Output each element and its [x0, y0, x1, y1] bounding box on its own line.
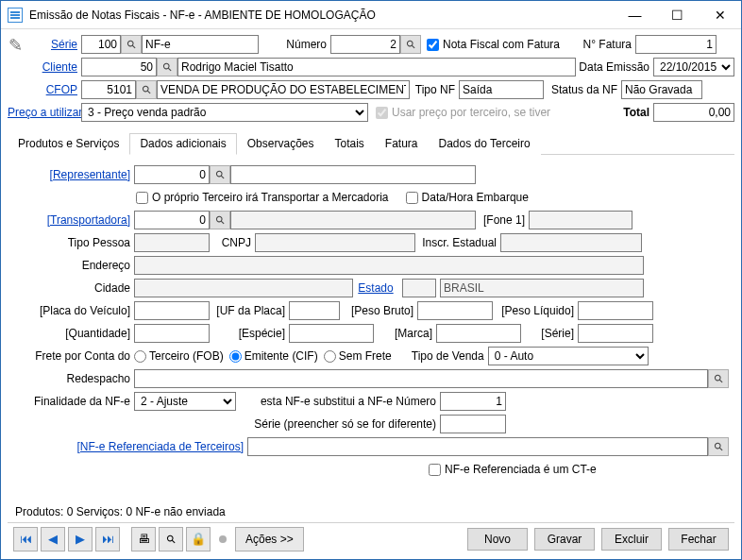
- preco-link[interactable]: Preço a utilizar: [8, 106, 81, 119]
- frete-emitente-radio[interactable]: Emitente (CIF): [229, 349, 318, 363]
- ie-input: [500, 233, 642, 252]
- tipovenda-select[interactable]: 0 - Auto: [488, 347, 649, 365]
- estado-link[interactable]: Estado: [353, 281, 402, 295]
- transportadora-input[interactable]: [134, 211, 210, 229]
- transportadora-lookup[interactable]: ⚲: [210, 211, 230, 229]
- tipovenda-label: Tipo de Venda: [397, 349, 488, 363]
- serie-lookup[interactable]: ⚲: [121, 35, 142, 54]
- serie3-input[interactable]: [440, 415, 506, 433]
- tiponf-input[interactable]: [459, 80, 544, 99]
- serie-input[interactable]: [81, 35, 121, 54]
- gravar-button[interactable]: Gravar: [534, 528, 595, 551]
- representante-input[interactable]: [134, 165, 210, 184]
- transportadora-nome: [230, 211, 476, 229]
- preview-icon[interactable]: ⚲: [159, 527, 183, 552]
- nfe-cte-checkbox[interactable]: NF-e Referenciada é um CT-e: [429, 463, 597, 476]
- nf-fatura-box[interactable]: [427, 39, 439, 51]
- next-button[interactable]: ▶: [68, 527, 93, 552]
- form-icon: ✎: [8, 35, 23, 56]
- nfatura-label: N° Fatura: [573, 38, 635, 51]
- cfop-input[interactable]: [81, 80, 136, 99]
- pesoliq-label: [Peso Líquido]: [493, 304, 578, 317]
- pesoliq-input[interactable]: [578, 301, 653, 320]
- nf-fatura-checkbox[interactable]: Nota Fiscal com Fatura: [427, 38, 560, 51]
- pesobruto-input[interactable]: [417, 301, 493, 320]
- tab-dados-terceiro[interactable]: Dados do Terceiro: [429, 133, 541, 155]
- tab-observacoes[interactable]: Observações: [237, 133, 325, 155]
- cliente-input[interactable]: [81, 58, 157, 76]
- data-emissao-select[interactable]: 22/10/2015: [653, 58, 734, 76]
- serie-link[interactable]: Série: [40, 38, 81, 51]
- preco-select[interactable]: 3 - Preço venda padrão: [81, 103, 368, 122]
- serie2-label: [Série]: [521, 327, 578, 340]
- nfe-ref-lookup[interactable]: ⚲: [708, 437, 729, 456]
- cnpj-input: [255, 233, 415, 252]
- tab-page: [Representante] ⚲ O próprio Terceiro irá…: [8, 155, 734, 501]
- proprio-terceiro-checkbox[interactable]: O próprio Terceiro irá Transportar a Mer…: [136, 191, 389, 204]
- maximize-button[interactable]: ☐: [656, 1, 699, 28]
- cfop-lookup[interactable]: ⚲: [136, 80, 157, 99]
- finalidade-select[interactable]: 2 - Ajuste: [134, 392, 236, 411]
- last-button[interactable]: ⏭: [95, 527, 120, 552]
- especie-input[interactable]: [289, 324, 374, 343]
- minimize-button[interactable]: —: [614, 1, 656, 28]
- tab-dados-adicionais[interactable]: Dados adicionais: [129, 133, 236, 155]
- status-text: Produtos: 0 Serviços: 0 NF-e não enviada: [15, 505, 226, 518]
- estado-input: [402, 279, 436, 297]
- cfop-link[interactable]: CFOP: [40, 83, 81, 96]
- print-icon[interactable]: 🖶: [131, 527, 156, 552]
- cliente-nome-input[interactable]: [177, 58, 576, 76]
- header: Série ⚲ Número ⚲ Nota Fiscal com Fatura …: [8, 32, 734, 130]
- substitui-input[interactable]: [440, 392, 506, 411]
- acoes-button[interactable]: Ações >>: [235, 527, 304, 552]
- marca-input[interactable]: [436, 324, 521, 343]
- frete-sem-radio[interactable]: Sem Frete: [324, 349, 392, 363]
- nfatura-input[interactable]: [635, 35, 717, 54]
- prev-button[interactable]: ◀: [41, 527, 65, 552]
- serie2-input[interactable]: [578, 324, 653, 343]
- nfe-ref-link[interactable]: [NF-e Referenciada de Terceiros]: [13, 440, 247, 453]
- window: Emissão de Notas Fiscais - NF-e - AMBIEN…: [0, 0, 742, 560]
- numero-lookup[interactable]: ⚲: [400, 35, 421, 54]
- representante-link[interactable]: [Representante]: [13, 168, 134, 181]
- quantidade-input[interactable]: [134, 324, 210, 343]
- transportadora-link[interactable]: [Transportadora]: [13, 213, 134, 227]
- cliente-link[interactable]: Cliente: [40, 60, 81, 74]
- cliente-lookup[interactable]: ⚲: [157, 58, 177, 76]
- tab-fatura[interactable]: Fatura: [375, 133, 429, 155]
- data-emissao-label: Data Emissão: [576, 60, 653, 74]
- fechar-button[interactable]: Fechar: [668, 528, 729, 551]
- close-button[interactable]: ✕: [699, 1, 741, 28]
- redespacho-input[interactable]: [134, 369, 708, 388]
- tiponf-label: Tipo NF: [410, 83, 459, 96]
- representante-nome-input[interactable]: [230, 165, 476, 184]
- excluir-button[interactable]: Excluir: [601, 528, 662, 551]
- cnpj-label: CNPJ: [210, 236, 255, 249]
- status-bar: Produtos: 0 Serviços: 0 NF-e não enviada: [8, 501, 734, 522]
- frete-terceiro-radio[interactable]: Terceiro (FOB): [134, 349, 224, 363]
- substitui-label: esta NF-e substitui a NF-e Número: [236, 395, 440, 408]
- tab-totais[interactable]: Totais: [324, 133, 374, 155]
- redespacho-lookup[interactable]: ⚲: [708, 369, 729, 388]
- total-label: Total: [610, 106, 653, 119]
- lock-icon[interactable]: 🔒: [186, 527, 211, 552]
- first-button[interactable]: ⏮: [13, 527, 38, 552]
- data-emb-checkbox[interactable]: Data/Hora Embarque: [406, 191, 529, 204]
- marca-label: [Marca]: [374, 327, 436, 340]
- client-area: ✎ Série ⚲ Número ⚲ Nota Fiscal com Fatur…: [1, 29, 741, 559]
- representante-lookup[interactable]: ⚲: [210, 165, 230, 184]
- numero-input[interactable]: [330, 35, 400, 54]
- placa-input[interactable]: [134, 301, 210, 320]
- cfop-desc-input[interactable]: [157, 80, 410, 99]
- cidade-label: Cidade: [13, 281, 134, 295]
- nfe-ref-input[interactable]: [247, 437, 708, 456]
- tab-produtos[interactable]: Produtos e Serviços: [8, 133, 129, 155]
- frete-label: Frete por Conta do: [13, 349, 134, 363]
- ufplaca-input[interactable]: [289, 301, 340, 320]
- serie3-label: Série (preencher só se for diferente): [13, 417, 440, 431]
- pesobruto-label: [Peso Bruto]: [340, 304, 417, 317]
- serie-desc-input[interactable]: [142, 35, 259, 54]
- novo-button[interactable]: Novo: [467, 528, 528, 551]
- usar-preco-terc-box: [376, 107, 388, 119]
- status-label: Status da NF: [544, 83, 621, 96]
